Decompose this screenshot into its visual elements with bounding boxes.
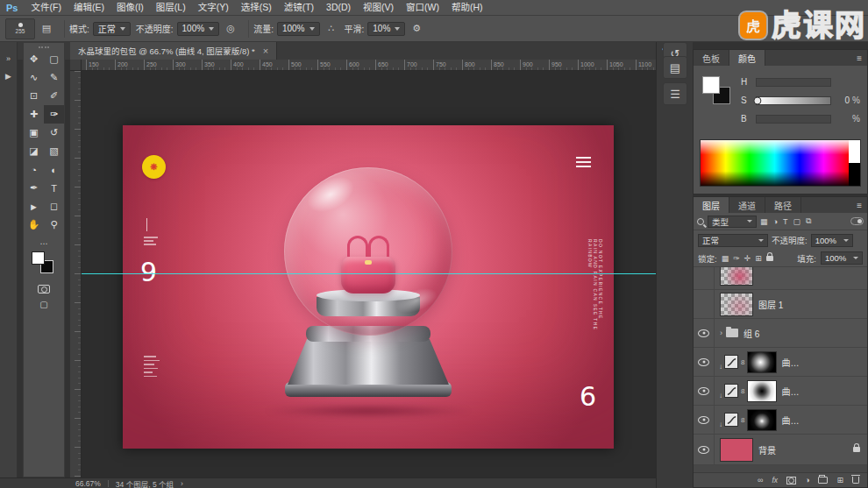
airbrush-icon[interactable]: ∴ [324, 21, 339, 37]
group-twirl-icon[interactable]: › [720, 329, 722, 337]
layer-opacity-select[interactable]: 100% [811, 234, 853, 247]
lock-artboard-icon[interactable]: ⊞ [755, 254, 762, 263]
filter-type-select[interactable]: 类型 [708, 216, 757, 228]
filter-adjustment-icon[interactable]: ◑ [773, 217, 778, 226]
document-tab[interactable]: 水晶球里的包包 @ 66.7% (曲线 4, 图层蒙版/8) * × [70, 42, 277, 60]
zoom-tool[interactable]: ⚲ [44, 216, 64, 234]
slider-handle[interactable] [753, 96, 761, 104]
menu-item[interactable]: 帮助(H) [445, 0, 489, 15]
menu-item[interactable]: 文字(Y) [192, 0, 235, 15]
smoothing-select[interactable]: 10% [367, 22, 405, 36]
quick-mask-icon[interactable] [38, 285, 50, 294]
curves-adjustment-icon[interactable] [724, 384, 738, 398]
layer-thumbnail[interactable] [720, 267, 753, 286]
brush-panel-toggle-icon[interactable]: ▤ [39, 21, 54, 37]
quick-select-tool[interactable]: ✎ [44, 68, 64, 87]
eye-icon[interactable] [698, 358, 709, 366]
layer-mask-thumbnail[interactable] [747, 351, 777, 373]
layer-mask-thumbnail[interactable] [747, 380, 777, 402]
add-mask-icon[interactable] [786, 477, 796, 484]
foreground-color-swatch[interactable] [702, 76, 720, 94]
layer-mask-thumbnail[interactable] [747, 409, 777, 431]
ruler-origin-corner[interactable] [70, 60, 82, 71]
lock-pixels-icon[interactable]: ✑ [733, 254, 740, 263]
fill-select[interactable]: 100% [821, 251, 863, 265]
visibility-cell[interactable] [694, 377, 715, 405]
path-select-tool[interactable]: ► [24, 197, 44, 216]
menu-item[interactable]: 3D(D) [320, 0, 357, 15]
gradient-tool[interactable]: ▧ [44, 142, 64, 160]
layer-name[interactable]: 背景 [758, 443, 776, 456]
menu-item[interactable]: 图像(I) [110, 0, 150, 15]
menu-item[interactable]: 编辑(E) [68, 0, 110, 15]
filter-type-icon[interactable]: T [783, 217, 788, 226]
tab-swatches[interactable]: 色板 [694, 50, 729, 66]
eye-icon[interactable] [698, 416, 709, 424]
history-brush-tool[interactable]: ↺ [44, 124, 64, 142]
crop-tool[interactable]: ⊡ [24, 87, 44, 105]
mask-link-icon[interactable]: 8 [741, 358, 744, 366]
filter-pixel-icon[interactable]: ▦ [760, 217, 768, 226]
blur-tool[interactable]: ◔ [24, 160, 44, 179]
menu-item[interactable]: 文件(F) [25, 0, 67, 15]
visibility-cell[interactable] [694, 319, 715, 347]
pen-tool[interactable]: ✒ [24, 179, 44, 197]
layer-blend-mode-select[interactable]: 正常 [698, 234, 768, 247]
foreground-color-chip[interactable] [32, 251, 45, 265]
cyan-guide-line[interactable] [82, 273, 656, 274]
menu-item[interactable]: 滤镜(T) [278, 0, 320, 15]
color-spectrum-ramp[interactable] [700, 139, 861, 187]
tab-channels[interactable]: 通道 [729, 197, 765, 213]
add-adjustment-icon[interactable]: ◑ [805, 476, 809, 484]
smoothing-gear-icon[interactable]: ⚙ [409, 21, 424, 37]
layer-row-curve2[interactable]: ↓ 8 曲… [694, 377, 867, 406]
status-chevron-icon[interactable]: › [181, 479, 183, 488]
toolbar-grip[interactable] [39, 46, 49, 48]
arrow-panel-icon[interactable]: ▶ [5, 72, 11, 81]
visibility-cell[interactable] [694, 267, 715, 289]
layer-row-layer1[interactable]: 图层 1 [694, 290, 867, 319]
white-swatch[interactable] [849, 140, 860, 163]
curves-adjustment-icon[interactable] [724, 413, 738, 427]
tab-color[interactable]: 颜色 [729, 50, 765, 66]
marquee-tool[interactable]: ▢ [44, 50, 64, 68]
healing-brush-tool[interactable]: ✚ [24, 105, 44, 124]
canvas-document[interactable]: ❋ 9 DO NOT EXPERIENCE THE RAIN AND RAIN … [123, 125, 614, 449]
saturation-value[interactable]: 0 [836, 95, 850, 105]
screen-mode-icon[interactable]: ▢ [39, 300, 47, 309]
lasso-tool[interactable]: ∿ [24, 68, 44, 87]
eye-icon[interactable] [698, 387, 709, 395]
brush-tool[interactable]: ✑ [44, 105, 64, 124]
clone-stamp-tool[interactable]: ▣ [24, 124, 44, 142]
menu-item[interactable]: 图层(L) [150, 0, 192, 15]
canvas-viewport[interactable]: ❋ 9 DO NOT EXPERIENCE THE RAIN AND RAIN … [82, 71, 656, 477]
layer-row-curve1[interactable]: ↓ 8 曲… [694, 348, 867, 377]
mask-link-icon[interactable]: 8 [741, 387, 744, 395]
filter-toggle-switch[interactable] [850, 217, 864, 225]
zoom-level[interactable]: 66.67% [75, 479, 101, 488]
brush-settings-panel-icon[interactable]: ▤ [663, 56, 687, 79]
type-tool[interactable]: T [44, 179, 64, 197]
tab-layers[interactable]: 图层 [694, 197, 729, 213]
link-layers-icon[interactable]: ∞ [758, 476, 763, 484]
pressure-opacity-icon[interactable]: ◎ [223, 21, 238, 37]
panel-menu-icon[interactable]: ≡ [857, 197, 867, 213]
layer-row-partial[interactable] [694, 267, 867, 290]
properties-panel-icon[interactable]: ☰ [663, 82, 687, 105]
new-layer-icon[interactable]: ⊞ [836, 476, 843, 484]
lock-position-icon[interactable]: ✛ [744, 254, 751, 263]
eraser-tool[interactable]: ◪ [24, 142, 44, 160]
spectrum-gradient[interactable] [701, 140, 849, 186]
brush-preset-picker[interactable]: 255 [5, 18, 35, 39]
layer-thumbnail[interactable] [720, 293, 753, 316]
delete-layer-icon[interactable] [852, 477, 859, 484]
horizontal-ruler[interactable]: 150 200 250 300 350 400 450 500 550 600 … [82, 60, 656, 71]
lock-transparency-icon[interactable]: ▦ [722, 254, 729, 263]
dodge-tool[interactable]: ◐ [44, 160, 64, 179]
collapse-dock-icon[interactable]: » [6, 54, 11, 63]
lock-all-icon[interactable] [766, 256, 773, 261]
visibility-cell[interactable] [694, 348, 715, 376]
layer-name[interactable]: 曲… [781, 356, 799, 369]
tab-paths[interactable]: 路径 [765, 197, 801, 213]
filter-smart-object-icon[interactable]: ⧉ [806, 216, 811, 226]
